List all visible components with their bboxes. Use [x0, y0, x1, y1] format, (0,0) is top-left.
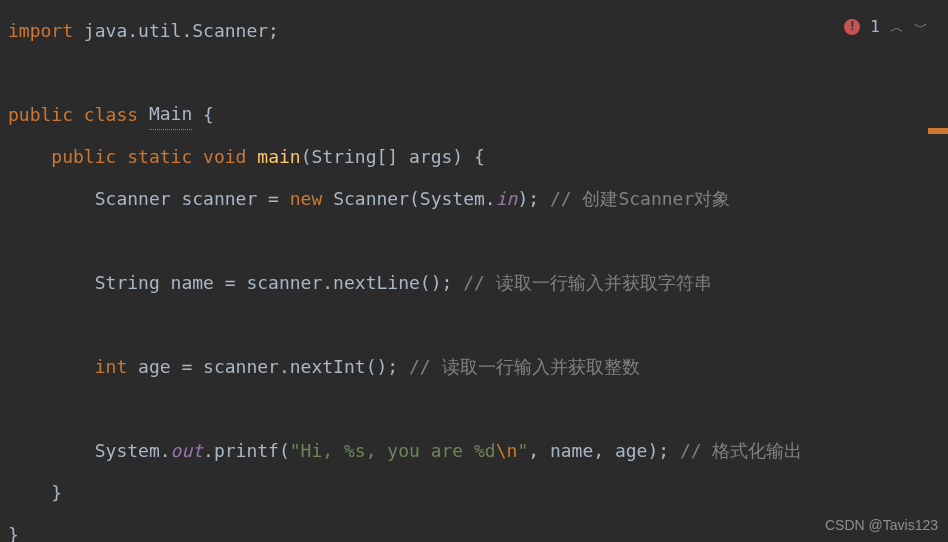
- code-line: Scanner scanner = new Scanner(System.in)…: [8, 178, 948, 220]
- indent: [8, 353, 95, 382]
- static-field: in: [496, 185, 518, 214]
- blank-line: [8, 388, 948, 430]
- keyword-class: class: [73, 101, 149, 130]
- code-line: }: [8, 514, 948, 542]
- semicolon: ;: [658, 437, 680, 466]
- blank-line: [8, 304, 948, 346]
- code-line: public static void main(String[] args) {: [8, 136, 948, 178]
- chevron-down-icon[interactable]: ﹀: [914, 16, 928, 38]
- keyword-public: public: [8, 101, 73, 130]
- chevron-up-icon[interactable]: ︿: [890, 16, 904, 38]
- line-comment: // 格式化输出: [680, 437, 803, 466]
- semicolon: ;: [441, 269, 463, 298]
- problems-indicator[interactable]: ! 1 ︿ ﹀: [844, 14, 928, 40]
- indent: [8, 479, 51, 508]
- code-line: String name = scanner.nextLine(); // 读取一…: [8, 262, 948, 304]
- line-comment: // 创建Scanner对象: [550, 185, 730, 214]
- string-literal: "Hi, %s, you are %d: [290, 437, 496, 466]
- close-brace: }: [51, 479, 62, 508]
- open-brace: {: [192, 101, 214, 130]
- declaration: String name = scanner.nextLine(): [95, 269, 442, 298]
- code-line: public class Main {: [8, 94, 948, 136]
- declaration: Scanner scanner =: [95, 185, 290, 214]
- close-paren: ): [517, 185, 528, 214]
- keyword-public: public: [51, 143, 116, 172]
- close-brace: }: [8, 521, 19, 542]
- static-field: out: [171, 437, 204, 466]
- keyword-new: new: [290, 185, 323, 214]
- keyword-void: void: [203, 143, 246, 172]
- package-path: java.util.Scanner: [73, 17, 268, 46]
- keyword-int: int: [95, 353, 128, 382]
- code-line: System.out.printf("Hi, %s, you are %d\n"…: [8, 430, 948, 472]
- watermark-text: CSDN @Tavis123: [825, 514, 938, 536]
- system-class: System.: [95, 437, 171, 466]
- method-call: .printf(: [203, 437, 290, 466]
- indent: [8, 185, 95, 214]
- code-editor[interactable]: import java.util.Scanner; public class M…: [0, 0, 948, 542]
- semicolon: ;: [387, 353, 409, 382]
- constructor-call: Scanner(System.: [322, 185, 495, 214]
- error-count: 1: [870, 14, 880, 40]
- arguments: , name, age): [528, 437, 658, 466]
- class-name: Main: [149, 100, 192, 130]
- blank-line: [8, 220, 948, 262]
- keyword-import: import: [8, 17, 73, 46]
- keyword-static: static: [116, 143, 203, 172]
- declaration: age = scanner.nextInt(): [127, 353, 387, 382]
- semicolon: ;: [268, 17, 279, 46]
- indent: [8, 437, 95, 466]
- method-params: (String[] args) {: [301, 143, 485, 172]
- code-line: }: [8, 472, 948, 514]
- indent: [8, 269, 95, 298]
- escape-sequence: \n: [496, 437, 518, 466]
- blank-line: [8, 52, 948, 94]
- indent: [8, 143, 51, 172]
- line-comment: // 读取一行输入并获取字符串: [463, 269, 712, 298]
- error-icon: !: [844, 19, 860, 35]
- code-line: int age = scanner.nextInt(); // 读取一行输入并获…: [8, 346, 948, 388]
- method-name: main: [246, 143, 300, 172]
- semicolon: ;: [528, 185, 550, 214]
- line-comment: // 读取一行输入并获取整数: [409, 353, 640, 382]
- code-line: import java.util.Scanner;: [8, 10, 948, 52]
- string-literal: ": [517, 437, 528, 466]
- error-stripe-marker[interactable]: [928, 128, 948, 134]
